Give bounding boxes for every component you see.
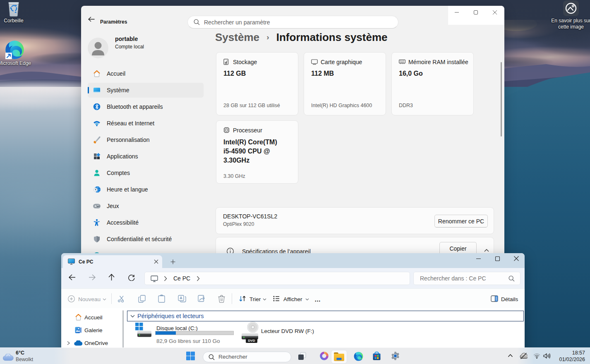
svg-text:DVD: DVD xyxy=(248,339,255,342)
